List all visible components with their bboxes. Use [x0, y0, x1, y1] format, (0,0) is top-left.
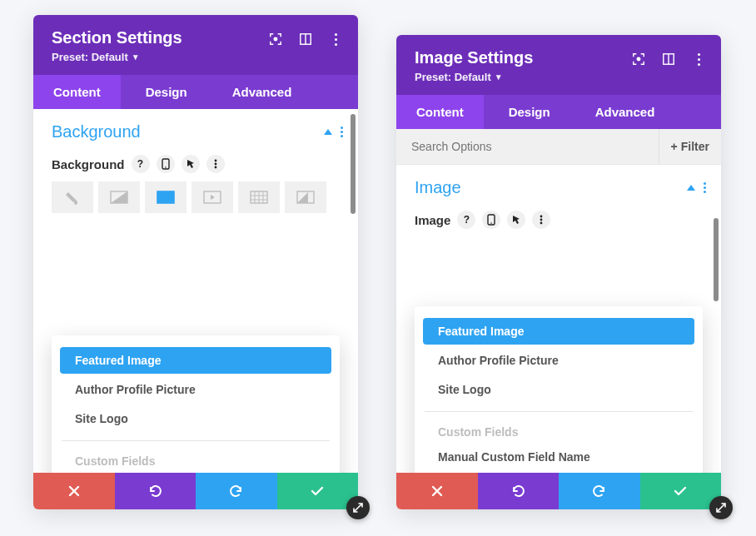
confirm-button[interactable] — [640, 473, 722, 509]
section-title[interactable]: Image — [415, 178, 461, 197]
section-more-icon[interactable] — [341, 127, 343, 137]
tab-content[interactable]: Content — [396, 95, 484, 129]
scroll-area: Background Background ? — [33, 109, 358, 473]
svg-point-20 — [540, 219, 543, 221]
svg-point-21 — [540, 222, 543, 225]
section-header-icons — [324, 127, 343, 137]
undo-button[interactable] — [115, 473, 196, 509]
preset-dropdown[interactable]: Preset: Default ▼ — [52, 51, 182, 63]
section-more-icon[interactable] — [704, 182, 706, 193]
tabs: Content Design Advanced — [396, 95, 721, 129]
panel-body: + Filter Image Image ? — [396, 129, 721, 509]
device-icon[interactable] — [157, 155, 175, 173]
tab-design[interactable]: Design — [484, 95, 575, 129]
dropdown-item[interactable]: Site Logo — [423, 376, 694, 403]
preset-label: Preset: Default — [415, 71, 491, 83]
columns-icon[interactable] — [661, 52, 676, 67]
svg-point-6 — [214, 163, 216, 166]
more-icon[interactable] — [328, 32, 343, 47]
svg-point-5 — [214, 160, 216, 162]
dropdown-item[interactable]: Site Logo — [60, 405, 331, 432]
dynamic-content-dropdown: Featured Image Author Profile Picture Si… — [415, 306, 703, 473]
background-option-row: Background ? — [33, 150, 358, 181]
dropdown-group-label: Custom Fields — [60, 449, 331, 473]
confirm-button[interactable] — [277, 473, 359, 509]
header-action-icons — [268, 32, 343, 47]
preset-label: Preset: Default — [52, 51, 128, 63]
redo-button[interactable] — [196, 473, 277, 509]
section-header-icons — [687, 182, 706, 193]
header-titles: Image Settings Preset: Default ▼ — [415, 48, 533, 83]
svg-point-14 — [637, 57, 640, 61]
footer-actions — [396, 473, 721, 509]
dropdown-item[interactable]: Featured Image — [60, 347, 331, 374]
preset-dropdown[interactable]: Preset: Default ▼ — [415, 71, 533, 83]
svg-point-4 — [165, 166, 167, 168]
scrollbar-thumb[interactable] — [351, 114, 356, 214]
undo-button[interactable] — [478, 473, 560, 509]
option-label: Image — [415, 213, 450, 227]
search-row: + Filter — [396, 129, 721, 165]
tab-advanced[interactable]: Advanced — [575, 95, 675, 129]
filter-label: Filter — [681, 140, 709, 153]
device-icon[interactable] — [482, 211, 500, 229]
bg-gradient-tile[interactable] — [98, 181, 140, 213]
tab-advanced[interactable]: Advanced — [212, 75, 312, 109]
bg-mask-tile[interactable] — [285, 181, 326, 213]
cursor-icon[interactable] — [182, 155, 200, 173]
tab-content[interactable]: Content — [33, 75, 121, 109]
svg-point-18 — [491, 222, 493, 224]
focus-icon[interactable] — [268, 32, 283, 47]
expand-fab[interactable] — [709, 496, 733, 519]
cancel-button[interactable] — [396, 473, 478, 509]
section-settings-panel: Section Settings Preset: Default ▼ Conte… — [33, 15, 358, 509]
cancel-button[interactable] — [33, 473, 115, 509]
columns-icon[interactable] — [298, 32, 313, 47]
help-icon[interactable]: ? — [457, 211, 475, 229]
background-type-tiles — [33, 181, 358, 221]
option-more-icon[interactable] — [532, 211, 550, 229]
filter-button[interactable]: + Filter — [659, 129, 721, 164]
dropdown-group-label: Custom Fields — [423, 420, 694, 444]
caret-down-icon: ▼ — [132, 52, 140, 62]
scrollbar-thumb[interactable] — [714, 218, 719, 301]
scroll-area: Image Image ? Featu — [396, 165, 721, 473]
section-title[interactable]: Background — [52, 122, 141, 141]
more-icon[interactable] — [691, 52, 706, 67]
focus-icon[interactable] — [631, 52, 646, 67]
tab-design[interactable]: Design — [121, 75, 212, 109]
svg-point-19 — [540, 216, 543, 218]
dropdown-item[interactable]: Manual Custom Field Name — [423, 444, 694, 470]
dropdown-item[interactable]: Author Profile Picture — [423, 347, 694, 374]
panel-header: Section Settings Preset: Default ▼ — [33, 15, 358, 75]
bg-pattern-tile[interactable] — [238, 181, 280, 213]
image-settings-panel: Image Settings Preset: Default ▼ Content… — [396, 35, 721, 509]
panel-header: Image Settings Preset: Default ▼ — [396, 35, 721, 95]
panel-title: Section Settings — [52, 28, 182, 47]
dynamic-content-dropdown: Featured Image Author Profile Picture Si… — [52, 335, 340, 473]
dropdown-item[interactable]: Featured Image — [423, 318, 694, 345]
bg-color-tile[interactable] — [52, 181, 93, 213]
option-more-icon[interactable] — [206, 155, 225, 173]
plus-icon: + — [671, 140, 678, 153]
redo-button[interactable] — [559, 473, 640, 509]
dropdown-item[interactable]: Author Profile Picture — [60, 376, 331, 403]
tabs: Content Design Advanced — [33, 75, 358, 109]
bg-image-tile[interactable] — [145, 181, 187, 213]
divider — [62, 440, 330, 441]
expand-fab[interactable] — [346, 496, 370, 519]
svg-point-0 — [274, 37, 277, 41]
chevron-up-icon[interactable] — [324, 129, 332, 135]
divider — [425, 411, 693, 412]
footer-actions — [33, 473, 358, 509]
image-option-row: Image ? — [396, 206, 721, 237]
section-header: Background — [33, 109, 358, 150]
help-icon[interactable]: ? — [132, 155, 150, 173]
section-header: Image — [396, 165, 721, 206]
cursor-icon[interactable] — [507, 211, 525, 229]
bg-video-tile[interactable] — [191, 181, 233, 213]
chevron-up-icon[interactable] — [687, 185, 695, 191]
caret-down-icon: ▼ — [495, 72, 503, 82]
header-titles: Section Settings Preset: Default ▼ — [52, 28, 182, 63]
search-input[interactable] — [396, 129, 659, 164]
